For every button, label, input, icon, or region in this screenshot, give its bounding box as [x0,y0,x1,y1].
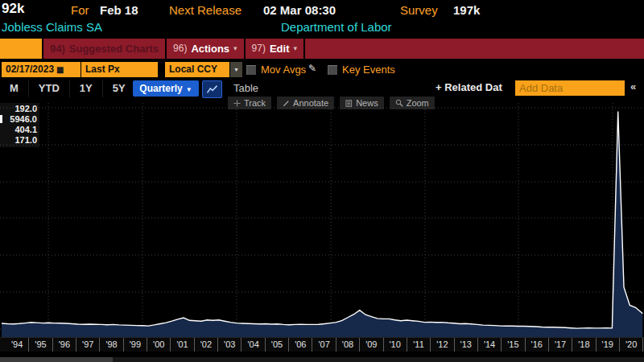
x-axis-year-label: '95 [29,338,52,352]
tab-range-ytd[interactable]: YTD [29,80,70,97]
tab-range-m[interactable]: M [0,80,29,97]
shortcut-number: 97) [252,39,266,59]
next-release-label: Next Release [169,2,242,19]
next-release-value: 02 Mar 08:30 [263,2,336,19]
x-axis-year-label: '10 [384,338,407,352]
mov-avgs-label: Mov Avgs [261,63,306,77]
price-line [2,112,642,329]
related-data-label[interactable]: + Related Dat [436,81,502,93]
chevron-down-icon: ▾ [234,66,237,73]
line-chart-icon [206,84,218,94]
mov-avgs-checkbox[interactable] [246,65,256,75]
chevron-down-icon: ▾ [294,39,298,59]
area-fill [2,112,642,338]
x-axis-year-label: '06 [289,338,312,352]
x-axis-year-label: '99 [124,338,147,352]
x-axis-year-label: '09 [360,338,383,352]
currency-field[interactable]: Local CCY [165,62,229,77]
menu-item-edit[interactable]: 97) Edit ▾ [246,39,303,59]
survey-label: Survey [400,2,438,19]
key-events-label: Key Events [342,63,395,77]
x-axis-year-label: '13 [455,338,478,352]
survey-value: 197k [453,2,480,19]
menu-item-suggested-charts[interactable]: 94) Suggested Charts [43,39,165,59]
add-data-input[interactable]: Add Data [515,80,625,96]
price-type-field[interactable]: Last Px [81,62,158,77]
currency-dropdown-button[interactable]: ▾ [230,62,242,77]
latest-value: 92k [2,1,24,17]
x-axis-year-label: '17 [549,338,572,352]
x-axis-year-label: '04 [242,338,265,352]
bloomberg-terminal-window: 92k For Feb 18 Next Release 02 Mar 08:30… [0,0,644,362]
x-axis-year-label: '14 [478,338,502,352]
x-axis-year-label: '07 [312,338,336,352]
chevron-down-icon: ▾ [233,39,237,59]
chevron-down-icon: ▼ [186,86,192,93]
menu-item-label: Edit [270,39,290,59]
tab-range-1y[interactable]: 1Y [70,80,103,97]
x-axis: '94'95'96'97'98'99'00'01'02'03'04'05'06'… [0,337,644,352]
for-date-value: Feb 18 [100,2,138,19]
line-chart-type-button[interactable] [202,80,222,98]
for-label: For [71,2,89,19]
x-axis-year-label: '11 [407,338,431,352]
x-axis-year-label: '18 [572,338,596,352]
x-axis-year-label: '05 [266,338,289,352]
calendar-icon[interactable]: ▦ [56,62,64,77]
x-axis-year-label: '96 [53,338,76,352]
menu-item-label: Actions [191,39,229,59]
x-axis-year-label: '02 [195,338,218,352]
x-axis-year-label: '12 [431,338,454,352]
x-axis-year-label: '97 [76,338,100,352]
tab-range-5y[interactable]: 5Y [103,80,136,97]
x-axis-year-label: '16 [526,338,549,352]
horizontal-scrollbar-thumb[interactable] [0,357,113,362]
x-axis-year-label: '98 [100,338,123,352]
data-source: Department of Labor [281,20,392,34]
x-axis-year-label: '01 [171,338,194,352]
pencil-icon[interactable]: ✎ [308,63,316,74]
x-axis-year-label: '19 [597,338,620,352]
table-view-button[interactable]: Table [229,80,263,97]
period-selector-button[interactable]: Quarterly▼ [133,80,199,97]
highlighted-menu-button[interactable] [0,39,42,59]
shortcut-number: 96) [173,39,187,59]
x-axis-year-label: '20 [620,338,643,352]
x-axis-year-label: '94 [6,338,29,352]
key-events-checkbox[interactable] [328,65,337,75]
price-chart-plot-area[interactable] [0,103,644,337]
menu-item-actions[interactable]: 96) Actions ▾ [167,39,244,59]
menu-bar: 94) Suggested Charts 96) Actions ▾ 97) E… [0,39,644,59]
date-field[interactable]: 02/17/2023 ▦ [2,62,80,77]
x-axis-year-label: '03 [218,338,242,352]
security-name: Jobless Claims SA [2,20,102,34]
x-axis-year-label: '08 [336,338,360,352]
x-axis-year-label: '00 [147,338,171,352]
menu-item-label: Suggested Charts [69,39,159,59]
shortcut-number: 94) [50,39,65,59]
collapse-panel-icon[interactable]: « [630,80,636,93]
tab-bar: MYTD1Y5YMax Quarterly▼ Table + Related D… [0,80,644,98]
field-bar: 02/17/2023 ▦ Last Px Local CCY ▾ Mov Avg… [0,61,644,79]
x-axis-year-label: '15 [502,338,525,352]
